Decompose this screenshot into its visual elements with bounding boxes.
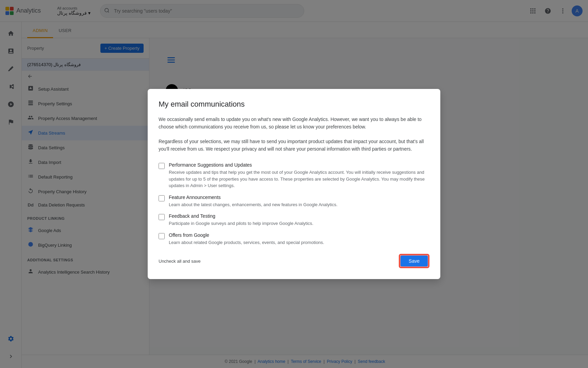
feedback-title: Feedback and Testing <box>169 213 313 219</box>
performance-label: Performance Suggestions and Updates Rece… <box>169 162 429 189</box>
performance-desc: Receive updates and tips that help you g… <box>169 169 429 189</box>
checkbox-row-feature: Feature Announcements Learn about the la… <box>159 195 429 208</box>
feedback-checkbox[interactable] <box>159 214 165 220</box>
offers-label: Offers from Google Learn about related G… <box>169 232 324 246</box>
modal-title: My email communications <box>159 100 429 109</box>
save-btn-highlight: Save <box>399 254 429 268</box>
uncheck-all-link[interactable]: Uncheck all and save <box>159 259 201 264</box>
feature-checkbox[interactable] <box>159 195 165 201</box>
feedback-label: Feedback and Testing Participate in Goog… <box>169 213 313 227</box>
modal-overlay[interactable]: My email communications We occasionally … <box>0 0 588 368</box>
feature-title: Feature Announcements <box>169 195 338 200</box>
checkbox-row-offers: Offers from Google Learn about related G… <box>159 232 429 246</box>
modal-notice: Regardless of your selections, we may st… <box>159 138 429 153</box>
offers-desc: Learn about related Google products, ser… <box>169 239 324 246</box>
offers-title: Offers from Google <box>169 232 324 238</box>
email-communications-modal: My email communications We occasionally … <box>148 89 440 279</box>
feature-label: Feature Announcements Learn about the la… <box>169 195 338 208</box>
performance-title: Performance Suggestions and Updates <box>169 162 429 168</box>
modal-intro: We occasionally send emails to update yo… <box>159 116 429 131</box>
save-button[interactable]: Save <box>401 256 428 266</box>
checkbox-row-performance: Performance Suggestions and Updates Rece… <box>159 162 429 189</box>
feedback-desc: Participate in Google surveys and pilots… <box>169 220 313 227</box>
modal-footer: Uncheck all and save Save <box>159 254 429 268</box>
feature-desc: Learn about the latest changes, enhancem… <box>169 201 338 208</box>
checkbox-row-feedback: Feedback and Testing Participate in Goog… <box>159 213 429 227</box>
checkbox-group: Performance Suggestions and Updates Rece… <box>159 162 429 246</box>
performance-checkbox[interactable] <box>159 163 165 169</box>
offers-checkbox[interactable] <box>159 233 165 239</box>
